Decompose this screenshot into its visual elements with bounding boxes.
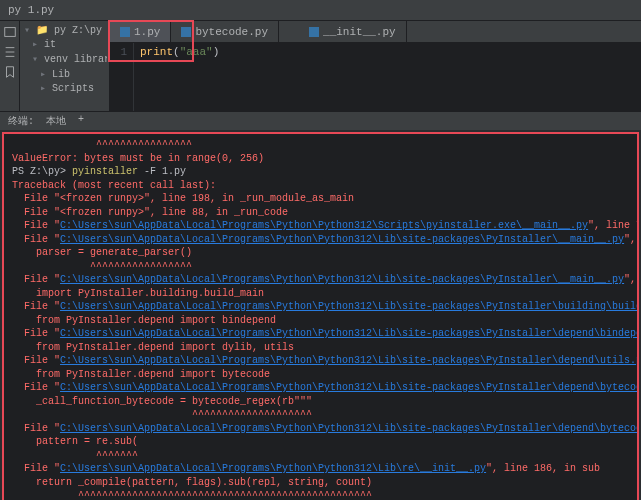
python-file-icon bbox=[309, 27, 319, 37]
tool-sidebar bbox=[0, 21, 20, 111]
local-tab-label[interactable]: 本地 bbox=[46, 114, 66, 128]
terminal-line: ValueError: bytes must be in range(0, 25… bbox=[12, 152, 629, 166]
terminal-line: return _compile(pattern, flags).sub(repl… bbox=[12, 476, 629, 490]
terminal-line: File "C:\Users\sun\AppData\Local\Program… bbox=[12, 233, 629, 247]
svg-rect-0 bbox=[4, 28, 15, 37]
tab-init[interactable]: __init__.py bbox=[299, 21, 407, 42]
terminal-line: File "C:\Users\sun\AppData\Local\Program… bbox=[12, 219, 629, 233]
terminal-line: File "C:\Users\sun\AppData\Local\Program… bbox=[12, 327, 629, 341]
terminal-line: Traceback (most recent call last): bbox=[12, 179, 629, 193]
terminal-panel[interactable]: ^^^^^^^^^^^^^^^^ ValueError: bytes must … bbox=[2, 132, 639, 500]
tree-folder[interactable]: Lib bbox=[22, 67, 107, 81]
terminal-line: import PyInstaller.building.build_main bbox=[12, 287, 629, 301]
terminal-line: from PyInstaller.depend import bindepend bbox=[12, 314, 629, 328]
terminal-line: File "C:\Users\sun\AppData\Local\Program… bbox=[12, 422, 629, 436]
terminal-line: File "C:\Users\sun\AppData\Local\Program… bbox=[12, 381, 629, 395]
structure-icon[interactable] bbox=[3, 45, 17, 59]
terminal-line: ^^^^^^^^^^^^^^^^^^^^^^^^^^^^^^^^^^^^^^^^… bbox=[12, 489, 629, 500]
terminal-line: ^^^^^^^^^^^^^^^^ bbox=[12, 138, 629, 152]
terminal-line: from PyInstaller.depend import dylib, ut… bbox=[12, 341, 629, 355]
terminal-line: ^^^^^^^ bbox=[12, 449, 629, 463]
terminal-line: File "C:\Users\sun\AppData\Local\Program… bbox=[12, 354, 629, 368]
svg-rect-3 bbox=[309, 27, 319, 37]
terminal-line: File "C:\Users\sun\AppData\Local\Program… bbox=[12, 300, 629, 314]
tree-root[interactable]: 📁 py Z:\py bbox=[22, 23, 107, 37]
terminal-prompt: PS Z:\py> pyinstaller -F 1.py bbox=[12, 165, 629, 179]
terminal-line: _call_function_bytecode = bytecode_regex… bbox=[12, 395, 629, 409]
terminal-line: parser = generate_parser() bbox=[12, 246, 629, 260]
terminal-line: File "C:\Users\sun\AppData\Local\Program… bbox=[12, 462, 629, 476]
bottom-tool-tabs: 终端: 本地 + bbox=[0, 111, 641, 130]
tree-folder[interactable]: it bbox=[22, 37, 107, 51]
terminal-line: File "<frozen runpy>", line 88, in _run_… bbox=[12, 206, 629, 220]
title-bar: py 1.py bbox=[0, 0, 641, 21]
annotation-box bbox=[108, 20, 194, 62]
tree-folder[interactable]: Scripts bbox=[22, 81, 107, 95]
terminal-line: from PyInstaller.depend import bytecode bbox=[12, 368, 629, 382]
project-tree[interactable]: 📁 py Z:\py it venv library根目录 Lib Script… bbox=[20, 21, 110, 111]
terminal-line: pattern = re.sub( bbox=[12, 435, 629, 449]
terminal-line: ^^^^^^^^^^^^^^^^^ bbox=[12, 260, 629, 274]
terminal-line: File "<frozen runpy>", line 198, in _run… bbox=[12, 192, 629, 206]
terminal-tab-label[interactable]: 终端: bbox=[8, 114, 34, 128]
add-terminal-icon[interactable]: + bbox=[78, 114, 84, 128]
bookmarks-icon[interactable] bbox=[3, 65, 17, 79]
app-title: py 1.py bbox=[8, 4, 54, 16]
tree-folder[interactable]: venv library根目录 bbox=[22, 51, 107, 67]
terminal-line: ^^^^^^^^^^^^^^^^^^^^ bbox=[12, 408, 629, 422]
terminal-line: File "C:\Users\sun\AppData\Local\Program… bbox=[12, 273, 629, 287]
project-icon[interactable] bbox=[3, 25, 17, 39]
